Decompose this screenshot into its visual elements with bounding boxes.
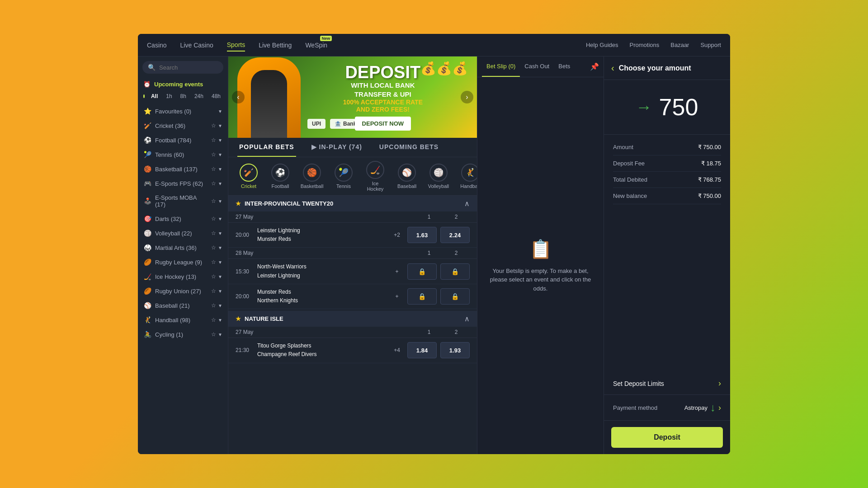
- payment-method-row[interactable]: Payment method Astropay ↓ ›: [604, 395, 730, 421]
- sidebar-item-rugby-league[interactable]: 🏉 Rugby League (9) ☆ ▼: [138, 255, 228, 269]
- tab-cash-out[interactable]: Cash Out: [520, 56, 554, 77]
- chevron-down-icon[interactable]: ▼: [218, 152, 222, 157]
- filter-handball[interactable]: 🤾 Handball: [459, 164, 477, 189]
- odd-btn-locked-3[interactable]: 🔒: [407, 288, 437, 305]
- pin-icon[interactable]: 📌: [590, 62, 599, 71]
- filter-baseball[interactable]: ⚾ Baseball: [396, 164, 418, 189]
- star-icon[interactable]: ☆: [211, 288, 216, 294]
- filter-ice-hockey[interactable]: 🏒 Ice Hockey: [364, 161, 387, 192]
- team1: Munster Reds: [257, 288, 387, 296]
- sidebar-item-football[interactable]: ⚽ Football (784) ☆ ▼: [138, 133, 228, 147]
- chevron-down-icon[interactable]: ▼: [218, 260, 222, 265]
- nav-help-guides[interactable]: Help Guides: [586, 39, 618, 51]
- tab-upcoming-bets[interactable]: UPCOMING BETS: [377, 138, 440, 157]
- collapse-button[interactable]: ∧: [464, 199, 470, 208]
- star-icon[interactable]: ☆: [211, 317, 216, 323]
- sidebar-item-rugby-union[interactable]: 🏉 Rugby Union (27) ☆ ▼: [138, 284, 228, 298]
- odd-btn-locked-2[interactable]: 🔒: [440, 263, 470, 280]
- star-icon[interactable]: ☆: [211, 122, 216, 129]
- sidebar-item-handball[interactable]: 🤾 Handball (98) ☆ ▼: [138, 313, 228, 327]
- sidebar-item-esports-moba[interactable]: 🕹️ E-Sports MOBA (17) ☆ ▼: [138, 191, 228, 211]
- chevron-down-icon[interactable]: ▼: [218, 231, 222, 236]
- filter-basketball[interactable]: 🏀 Basketball: [301, 164, 323, 189]
- sidebar-item-tennis[interactable]: 🎾 Tennis (60) ☆ ▼: [138, 147, 228, 162]
- table-row: 15:30 North-West Warriors Leinster Light…: [228, 259, 477, 284]
- search-box[interactable]: 🔍: [142, 61, 223, 74]
- deposit-now-button[interactable]: DEPOSIT NOW: [355, 117, 411, 131]
- total-debited-value: ₹ 768.75: [698, 176, 721, 183]
- odd-btn-nature-1[interactable]: 1.84: [407, 342, 437, 358]
- nav-bazaar[interactable]: Bazaar: [670, 39, 689, 51]
- star-icon[interactable]: ☆: [211, 230, 216, 236]
- tab-in-play[interactable]: ▶ IN-PLAY (74): [310, 138, 364, 157]
- star-icon[interactable]: ☆: [211, 216, 216, 222]
- tab-bets[interactable]: Bets: [554, 56, 575, 77]
- nav-live-betting[interactable]: Live Betting: [259, 39, 292, 51]
- chevron-down-icon[interactable]: ▼: [218, 332, 222, 337]
- back-button[interactable]: ‹: [611, 63, 614, 73]
- star-icon[interactable]: ☆: [211, 180, 216, 187]
- chevron-down-icon[interactable]: ▼: [218, 303, 222, 308]
- chevron-down-icon[interactable]: ▼: [218, 289, 222, 294]
- nav-wespin[interactable]: WeSpin New: [305, 39, 327, 51]
- sidebar-item-darts[interactable]: 🎯 Darts (32) ☆ ▼: [138, 211, 228, 226]
- chevron-down-icon[interactable]: ▼: [218, 109, 222, 114]
- sidebar-item-volleyball[interactable]: 🏐 Volleyball (22) ☆ ▼: [138, 226, 228, 240]
- nav-sports[interactable]: Sports: [227, 39, 245, 52]
- sidebar-item-cycling[interactable]: 🚴 Cycling (1) ☆ ▼: [138, 327, 228, 342]
- chevron-down-icon[interactable]: ▼: [218, 274, 222, 279]
- chevron-down-icon[interactable]: ▼: [218, 167, 222, 172]
- tab-popular-bets[interactable]: POPULAR BETS: [237, 138, 296, 157]
- odd-btn-locked-4[interactable]: 🔒: [440, 288, 470, 305]
- sidebar-item-ice-hockey[interactable]: 🏒 Ice Hockey (13) ☆ ▼: [138, 269, 228, 284]
- filter-football[interactable]: ⚽ Football: [269, 164, 292, 189]
- star-icon[interactable]: ☆: [211, 137, 216, 143]
- odd-btn-1[interactable]: 1.63: [407, 227, 437, 243]
- deposit-button[interactable]: Deposit: [611, 427, 723, 448]
- filter-tennis[interactable]: 🎾 Tennis: [332, 164, 355, 189]
- events-area: ★ INTER-PROVINCIAL TWENTY20 ∧ 27 May 1 2…: [228, 196, 477, 454]
- chevron-down-icon[interactable]: ▼: [218, 318, 222, 323]
- chevron-down-icon[interactable]: ▼: [218, 199, 222, 204]
- nav-live-casino[interactable]: Live Casino: [180, 39, 213, 51]
- odd-btn-2[interactable]: 2.24: [440, 227, 470, 243]
- star-icon[interactable]: ☆: [211, 331, 216, 338]
- banner-prev-button[interactable]: ‹: [232, 91, 245, 103]
- set-deposit-limits-button[interactable]: Set Deposit Limits ›: [604, 372, 730, 395]
- nav-support[interactable]: Support: [700, 39, 721, 51]
- nav-promotions[interactable]: Promotions: [630, 39, 660, 51]
- star-icon[interactable]: ☆: [211, 273, 216, 280]
- sidebar-item-esports-fps[interactable]: 🎮 E-Sports FPS (62) ☆ ▼: [138, 176, 228, 191]
- star-icon[interactable]: ☆: [211, 302, 216, 309]
- time-filter-1h[interactable]: 1h: [164, 92, 174, 100]
- star-icon[interactable]: ☆: [211, 259, 216, 265]
- sidebar-item-cricket[interactable]: 🏏 Cricket (36) ☆ ▼: [138, 118, 228, 133]
- sidebar-item-basketball[interactable]: 🏀 Basketball (137) ☆ ▼: [138, 162, 228, 176]
- filter-cricket[interactable]: 🏏 Cricket: [237, 164, 260, 189]
- odd-btn-locked-1[interactable]: 🔒: [407, 263, 437, 280]
- chevron-down-icon[interactable]: ▼: [218, 181, 222, 186]
- time-filter-8h[interactable]: 8h: [179, 92, 188, 100]
- star-icon[interactable]: ☆: [211, 166, 216, 172]
- chevron-down-icon[interactable]: ▼: [218, 138, 222, 143]
- time-filter-all[interactable]: All: [149, 92, 160, 100]
- time-filter-24h[interactable]: 24h: [193, 92, 205, 100]
- star-icon[interactable]: ☆: [211, 244, 216, 251]
- chevron-down-icon[interactable]: ▼: [218, 216, 222, 221]
- star-icon[interactable]: ☆: [211, 198, 216, 204]
- nav-casino[interactable]: Casino: [147, 39, 167, 51]
- odd-btn-nature-2[interactable]: 1.93: [440, 342, 470, 358]
- time-filter-48h[interactable]: 48h: [210, 92, 222, 100]
- star-icon[interactable]: ☆: [211, 151, 216, 158]
- chevron-down-icon[interactable]: ▼: [218, 123, 222, 128]
- chevron-down-icon[interactable]: ▼: [218, 245, 222, 250]
- tab-bet-slip[interactable]: Bet Slip (0): [482, 56, 520, 77]
- sidebar-item-martial-arts[interactable]: 🥋 Martial Arts (36) ☆ ▼: [138, 240, 228, 255]
- sidebar-item-baseball[interactable]: ⚾ Baseball (21) ☆ ▼: [138, 298, 228, 313]
- filter-volleyball[interactable]: 🏐 Volleyball: [427, 164, 450, 189]
- sidebar-item-favourites[interactable]: ⭐ Favourites (0) ▼: [138, 104, 228, 118]
- search-input[interactable]: [159, 64, 218, 71]
- collapse-button-2[interactable]: ∧: [464, 314, 470, 323]
- deposit-limits-label: Set Deposit Limits: [613, 380, 664, 387]
- banner-next-button[interactable]: ›: [461, 91, 473, 103]
